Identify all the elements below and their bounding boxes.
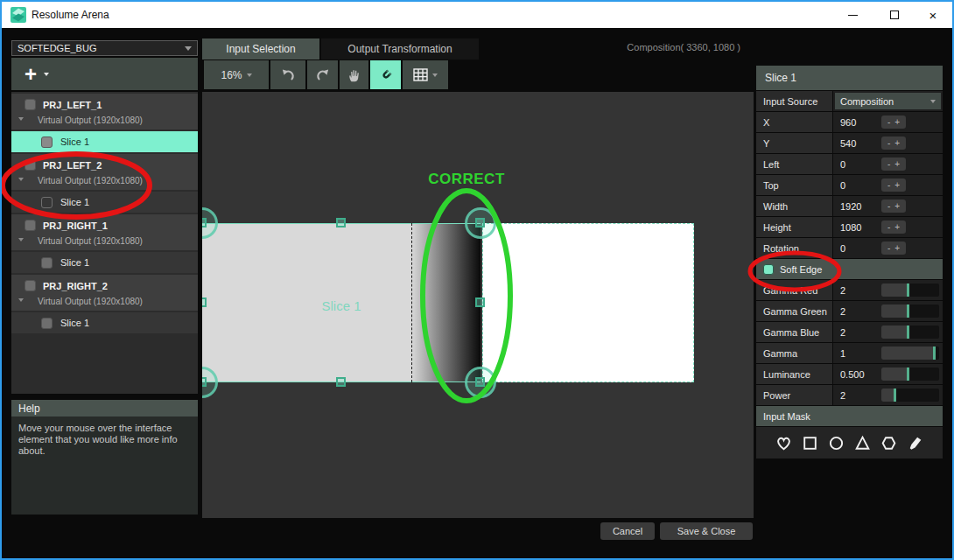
undo-button[interactable] bbox=[270, 60, 305, 89]
slice-enabled-checkbox-unchecked[interactable] bbox=[41, 197, 53, 208]
resize-handle[interactable] bbox=[336, 377, 346, 387]
output-group-prj-left-1[interactable]: PRJ_LEFT_1 Virtual Output (1920x1080) bbox=[11, 94, 198, 130]
slice-row[interactable]: Slice 1 bbox=[11, 252, 198, 273]
expand-arrow-icon[interactable] bbox=[18, 238, 24, 242]
cancel-button[interactable]: Cancel bbox=[600, 522, 655, 540]
property-value[interactable]: 540 bbox=[840, 138, 856, 149]
slice-enabled-checkbox[interactable] bbox=[41, 318, 53, 329]
close-button[interactable]: × bbox=[917, 2, 949, 28]
output-enabled-checkbox[interactable] bbox=[25, 220, 36, 231]
stepper-plus[interactable]: + bbox=[894, 222, 900, 232]
stepper-minus[interactable]: - bbox=[887, 138, 890, 148]
slider-value[interactable]: 2 bbox=[840, 390, 845, 401]
circle-mask-icon[interactable] bbox=[827, 434, 845, 452]
expand-arrow-icon[interactable] bbox=[18, 117, 24, 121]
slider-value[interactable]: 0.500 bbox=[840, 369, 865, 380]
stepper-plus[interactable]: + bbox=[894, 159, 900, 169]
value-stepper[interactable]: -+ bbox=[881, 220, 906, 234]
heart-mask-icon[interactable] bbox=[775, 434, 793, 452]
minimize-button[interactable] bbox=[837, 2, 868, 28]
stepper-plus[interactable]: + bbox=[894, 201, 900, 211]
output-group-prj-right-1[interactable]: PRJ_RIGHT_1 Virtual Output (1920x1080) bbox=[11, 214, 198, 250]
stepper-plus[interactable]: + bbox=[894, 138, 900, 148]
property-label: Luminance bbox=[756, 364, 832, 384]
soft-edge-checkbox-checked[interactable] bbox=[763, 264, 774, 275]
adjacent-slice-region[interactable] bbox=[482, 223, 694, 382]
grid-options-button[interactable] bbox=[403, 60, 448, 89]
output-enabled-checkbox[interactable] bbox=[25, 280, 36, 291]
tab-input-selection[interactable]: Input Selection bbox=[202, 38, 319, 60]
add-output-button[interactable]: + bbox=[11, 58, 198, 90]
soft-edge-toggle-row[interactable]: Soft Edge bbox=[756, 259, 943, 279]
value-stepper[interactable]: -+ bbox=[881, 116, 906, 129]
redo-button[interactable] bbox=[307, 60, 338, 89]
polygon-mask-icon[interactable] bbox=[880, 434, 898, 452]
pencil-mask-icon[interactable] bbox=[906, 434, 924, 452]
output-group-prj-left-2[interactable]: PRJ_LEFT_2 Virtual Output (1920x1080) bbox=[11, 154, 198, 190]
slider-value[interactable]: 2 bbox=[840, 327, 845, 338]
value-stepper[interactable]: -+ bbox=[881, 136, 906, 150]
magnet-icon bbox=[378, 67, 394, 83]
stepper-minus[interactable]: - bbox=[887, 201, 890, 211]
property-value[interactable]: 0 bbox=[840, 159, 845, 170]
stepper-minus[interactable]: - bbox=[887, 180, 890, 190]
slice-row-selected[interactable]: Slice 1 bbox=[11, 131, 198, 152]
stepper-plus[interactable]: + bbox=[894, 180, 900, 190]
maximize-button[interactable] bbox=[879, 2, 910, 28]
slice-row[interactable]: Slice 1 bbox=[11, 192, 198, 213]
output-enabled-checkbox[interactable] bbox=[25, 159, 36, 171]
stepper-plus[interactable]: + bbox=[894, 117, 900, 127]
output-enabled-checkbox[interactable] bbox=[25, 99, 36, 110]
resize-handle[interactable] bbox=[475, 218, 485, 228]
stepper-minus[interactable]: - bbox=[887, 117, 890, 127]
value-stepper[interactable]: -+ bbox=[881, 178, 906, 192]
expand-arrow-icon[interactable] bbox=[18, 298, 24, 302]
property-label: Gamma Red bbox=[756, 280, 832, 300]
value-stepper[interactable]: -+ bbox=[881, 158, 906, 171]
screen-preset-dropdown[interactable]: SOFTEDGE_BUG bbox=[11, 40, 198, 56]
snap-tool-button-active[interactable] bbox=[370, 60, 401, 89]
resize-handle[interactable] bbox=[202, 218, 207, 228]
output-group-prj-right-2[interactable]: PRJ_RIGHT_2 Virtual Output (1920x1080) bbox=[11, 275, 198, 311]
save-and-close-button[interactable]: Save & Close bbox=[660, 522, 753, 540]
square-mask-icon[interactable] bbox=[801, 434, 819, 452]
value-stepper[interactable]: -+ bbox=[881, 242, 906, 255]
expand-arrow-icon[interactable] bbox=[18, 178, 24, 181]
power-slider[interactable] bbox=[881, 388, 939, 402]
value-stepper[interactable]: -+ bbox=[881, 200, 906, 213]
zoom-level-dropdown[interactable]: 16% bbox=[204, 60, 269, 89]
gamma-red-slider[interactable] bbox=[881, 284, 939, 297]
slider-value[interactable]: 2 bbox=[840, 285, 845, 296]
stepper-minus[interactable]: - bbox=[887, 222, 890, 232]
stepper-minus[interactable]: - bbox=[887, 159, 890, 169]
property-value[interactable]: 1080 bbox=[840, 222, 861, 233]
slice-enabled-checkbox[interactable] bbox=[41, 257, 53, 269]
output-canvas[interactable]: Slice 1 bbox=[202, 92, 754, 518]
property-value[interactable]: 0 bbox=[840, 243, 845, 254]
slice-enabled-checkbox[interactable] bbox=[41, 136, 53, 148]
stepper-minus[interactable]: - bbox=[887, 243, 890, 253]
property-value[interactable]: 0 bbox=[840, 180, 845, 191]
slice-row-label: Slice 1 bbox=[60, 318, 89, 328]
slider-value[interactable]: 1 bbox=[840, 348, 845, 359]
triangle-mask-icon[interactable] bbox=[853, 434, 872, 452]
gamma-green-slider[interactable] bbox=[881, 304, 939, 318]
resize-handle[interactable] bbox=[475, 377, 485, 387]
resize-handle[interactable] bbox=[202, 377, 207, 387]
resize-handle[interactable] bbox=[475, 298, 485, 307]
slider-value[interactable]: 2 bbox=[840, 306, 845, 317]
property-row-x: X 960 -+ bbox=[756, 112, 943, 132]
stepper-plus[interactable]: + bbox=[894, 243, 900, 253]
chevron-down-icon bbox=[930, 100, 936, 103]
slice-row[interactable]: Slice 1 bbox=[11, 312, 198, 333]
gamma-slider[interactable] bbox=[881, 346, 939, 360]
property-value[interactable]: 960 bbox=[840, 117, 856, 128]
input-source-dropdown[interactable]: Composition bbox=[835, 93, 941, 109]
resize-handle[interactable] bbox=[202, 298, 207, 307]
pan-tool-button[interactable] bbox=[340, 60, 368, 89]
property-value[interactable]: 1920 bbox=[840, 201, 861, 212]
output-subtitle: Virtual Output (1920x1080) bbox=[38, 297, 143, 306]
gamma-blue-slider[interactable] bbox=[881, 326, 939, 339]
luminance-slider[interactable] bbox=[881, 368, 939, 381]
resize-handle[interactable] bbox=[336, 218, 346, 228]
